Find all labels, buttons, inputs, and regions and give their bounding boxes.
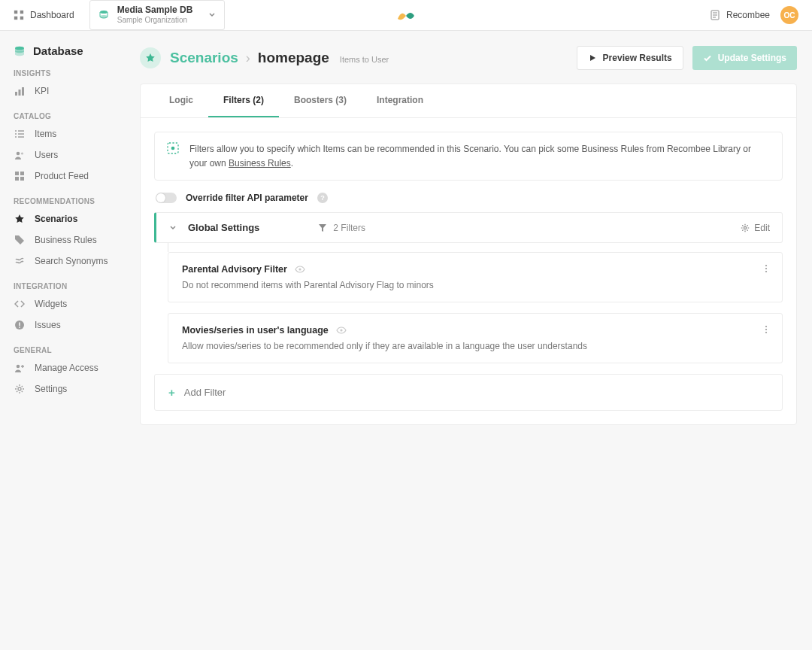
svg-rect-0 <box>14 11 17 14</box>
brand-logo[interactable] <box>398 8 414 22</box>
svg-point-30 <box>18 387 21 390</box>
star-icon <box>14 213 26 225</box>
help-icon[interactable]: ? <box>317 193 328 203</box>
list-icon <box>14 128 26 140</box>
panel: Logic Filters (2) Boosters (3) Integrati… <box>140 84 797 425</box>
rule-desc: Allow movies/series to be recommended on… <box>182 341 768 351</box>
side-group-recommendations: Recommendations <box>14 197 140 205</box>
brand-label: Recombee <box>726 10 770 20</box>
person-plus-icon <box>14 362 26 374</box>
brand-link[interactable]: Recombee <box>710 10 770 20</box>
breadcrumb: Scenarios › homepage Items to User <box>170 50 389 66</box>
breadcrumb-meta: Items to User <box>340 55 389 64</box>
svg-rect-15 <box>18 130 24 132</box>
panel-body: Filters allow you to specify which Items… <box>141 118 796 424</box>
svg-rect-22 <box>15 172 19 175</box>
sidebar-title: Database <box>14 44 140 57</box>
rule-menu-button[interactable] <box>761 263 771 274</box>
sidebar-item-items[interactable]: Items <box>14 123 140 144</box>
approx-icon <box>14 255 26 267</box>
svg-point-32 <box>171 147 175 150</box>
svg-rect-1 <box>20 11 23 14</box>
sidebar: Database Insights KPI Catalog Items User… <box>0 31 140 440</box>
topbar: Dashboard Media Sample DB Sample Organiz… <box>0 0 812 31</box>
preview-results-button[interactable]: Preview Results <box>577 46 683 70</box>
svg-point-5 <box>100 15 108 18</box>
chevron-down-icon <box>208 11 217 20</box>
svg-rect-28 <box>19 327 20 328</box>
info-text: Filters allow you to specify which Items… <box>189 142 770 170</box>
info-link[interactable]: Business Rules <box>229 158 291 169</box>
funnel-icon <box>318 223 327 232</box>
rule-desc: Do not recommend items with Parental Adv… <box>182 280 768 290</box>
rule-title: Movies/series in user's language <box>182 325 329 336</box>
gear-icon <box>14 383 26 395</box>
avatar[interactable]: OC <box>780 6 798 24</box>
dashboard-label: Dashboard <box>30 10 74 20</box>
global-settings-count: 2 Filters <box>318 223 365 233</box>
header-actions: Preview Results Update Settings <box>577 46 797 70</box>
sidebar-item-kpi[interactable]: KPI <box>14 80 140 102</box>
sidebar-item-manage-access[interactable]: Manage Access <box>14 357 140 378</box>
sidebar-item-search-synonyms[interactable]: Search Synonyms <box>14 251 140 272</box>
svg-point-34 <box>765 265 767 266</box>
rule-menu-button[interactable] <box>761 324 771 335</box>
side-group-general: General <box>14 346 140 354</box>
svg-rect-27 <box>19 323 20 327</box>
chevron-right-icon: › <box>246 50 250 66</box>
database-icon <box>98 9 110 21</box>
svg-point-21 <box>21 152 23 154</box>
svg-point-20 <box>17 152 20 156</box>
tab-filters[interactable]: Filters (2) <box>208 84 279 117</box>
svg-point-41 <box>340 330 342 332</box>
tab-integration[interactable]: Integration <box>362 84 438 117</box>
tree-connector <box>168 243 783 252</box>
rule-list: Parental Advisory Filter Do not recommen… <box>168 243 783 363</box>
rule-title: Parental Advisory Filter <box>182 264 287 275</box>
svg-point-16 <box>15 133 17 135</box>
svg-point-14 <box>15 130 17 132</box>
info-box: Filters allow you to specify which Items… <box>154 132 783 181</box>
chevron-down-icon[interactable] <box>168 223 177 232</box>
svg-point-29 <box>17 365 20 369</box>
target-icon <box>167 142 179 170</box>
check-icon <box>703 53 712 62</box>
global-settings-edit[interactable]: Edit <box>741 223 770 233</box>
global-settings-card: Global Settings 2 Filters Edit <box>154 212 783 243</box>
tag-icon <box>14 234 26 246</box>
eye-icon[interactable] <box>295 264 305 275</box>
svg-rect-11 <box>15 92 17 96</box>
override-toggle[interactable] <box>156 193 177 203</box>
override-row: Override filter API parameter ? <box>154 181 783 212</box>
topbar-right: Recombee OC <box>710 6 798 24</box>
svg-point-36 <box>765 271 767 272</box>
doc-icon <box>710 10 720 20</box>
svg-rect-2 <box>14 17 17 20</box>
add-filter-button[interactable]: + Add Filter <box>154 374 783 411</box>
sidebar-item-users[interactable]: Users <box>14 144 140 166</box>
dashboard-link[interactable]: Dashboard <box>14 10 74 20</box>
eye-icon[interactable] <box>336 325 347 336</box>
sidebar-item-scenarios[interactable]: Scenarios <box>14 208 140 229</box>
svg-rect-17 <box>18 133 24 135</box>
sidebar-item-widgets[interactable]: Widgets <box>14 293 140 314</box>
sidebar-item-product-feed[interactable]: Product Feed <box>14 166 140 187</box>
tab-boosters[interactable]: Boosters (3) <box>279 84 362 117</box>
svg-rect-12 <box>19 90 21 96</box>
svg-point-4 <box>100 11 108 14</box>
svg-rect-25 <box>20 177 24 181</box>
database-selector[interactable]: Media Sample DB Sample Organization <box>89 0 226 29</box>
tab-logic[interactable]: Logic <box>154 84 208 117</box>
rule-card: Parental Advisory Filter Do not recommen… <box>168 252 783 302</box>
side-group-catalog: Catalog <box>14 112 140 120</box>
rule-card: Movies/series in user's language Allow m… <box>168 313 783 363</box>
update-settings-button: Update Settings <box>692 46 797 70</box>
sidebar-item-business-rules[interactable]: Business Rules <box>14 229 140 251</box>
svg-rect-23 <box>20 172 24 175</box>
breadcrumb-root[interactable]: Scenarios <box>170 50 238 66</box>
page-header: Scenarios › homepage Items to User Previ… <box>140 46 797 84</box>
svg-point-40 <box>765 332 767 333</box>
svg-rect-19 <box>18 136 24 138</box>
sidebar-item-issues[interactable]: Issues <box>14 314 140 336</box>
sidebar-item-settings[interactable]: Settings <box>14 378 140 399</box>
